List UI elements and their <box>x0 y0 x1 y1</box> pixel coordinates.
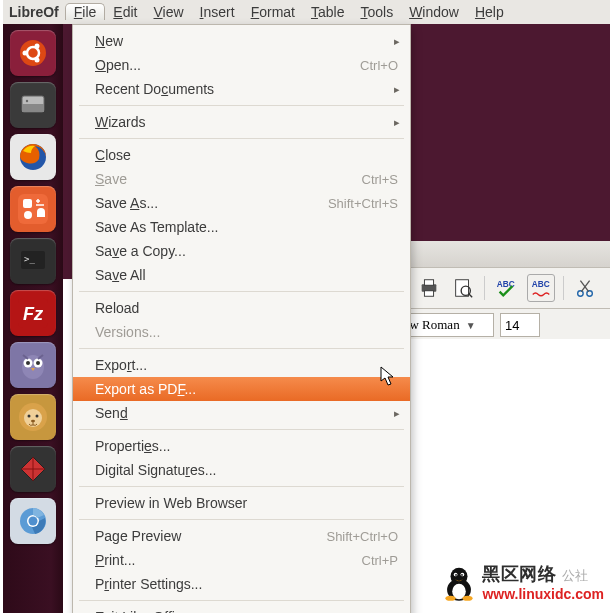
launcher-dash[interactable] <box>10 30 56 76</box>
menubar-item-table[interactable]: Table <box>303 4 352 20</box>
launcher-firefox[interactable] <box>10 134 56 180</box>
app-name: LibreOf <box>3 4 65 20</box>
menu-item-export[interactable]: Export... <box>73 353 410 377</box>
menu-item-accel: Shift+Ctrl+O <box>326 529 398 544</box>
menubar-item-format[interactable]: Format <box>243 4 303 20</box>
menu-separator <box>79 105 404 106</box>
menu-item-label: Save As... <box>95 195 328 211</box>
menu-separator <box>79 519 404 520</box>
menubar-item-file[interactable]: File <box>65 3 106 20</box>
menu-item-label: Open... <box>95 57 360 73</box>
launcher-filezilla[interactable]: Fz <box>10 290 56 336</box>
menubar-item-insert[interactable]: Insert <box>192 4 243 20</box>
menu-item-recent[interactable]: Recent Documents▸ <box>73 77 410 101</box>
menu-item-label: Page Preview <box>95 528 326 544</box>
svg-point-50 <box>446 596 456 601</box>
svg-line-36 <box>469 294 473 298</box>
svg-point-48 <box>456 574 458 576</box>
menu-separator <box>79 348 404 349</box>
svg-point-2 <box>23 51 28 56</box>
menubar-item-view[interactable]: View <box>146 4 192 20</box>
launcher-files[interactable] <box>10 82 56 128</box>
svg-point-19 <box>26 361 30 365</box>
menu-item-label: Save As Template... <box>95 219 398 235</box>
watermark-sub: 公社 <box>562 568 589 583</box>
auto-spellcheck-icon[interactable]: ABC <box>527 274 555 302</box>
svg-rect-33 <box>424 291 433 297</box>
menu-item-properties[interactable]: Properties... <box>73 434 410 458</box>
launcher-beaver[interactable] <box>10 394 56 440</box>
svg-text:Fz: Fz <box>23 304 44 324</box>
menu-item-label: Wizards <box>95 114 398 130</box>
svg-point-24 <box>36 415 39 418</box>
print-direct-icon[interactable] <box>416 275 442 301</box>
menu-separator <box>79 600 404 601</box>
menu-item-label: New <box>95 33 398 49</box>
menu-separator <box>79 138 404 139</box>
menubar-item-window[interactable]: Window <box>401 4 467 20</box>
svg-point-28 <box>29 517 38 526</box>
chevron-down-icon: ▼ <box>466 320 476 331</box>
svg-rect-32 <box>424 280 433 286</box>
menu-item-label: Save All <box>95 267 398 283</box>
menu-item-label: Versions... <box>95 324 398 340</box>
menu-item-label: Exit LibreOffice <box>95 609 360 613</box>
menu-item-exit[interactable]: Exit LibreOfficeCtrl+Q <box>73 605 410 613</box>
watermark-brand: 黑区网络 <box>482 564 556 584</box>
menu-item-printersettings[interactable]: Printer Settings... <box>73 572 410 596</box>
spellcheck-icon[interactable]: ABC <box>493 275 519 301</box>
launcher-other[interactable] <box>10 446 56 492</box>
launcher-chromium[interactable] <box>10 498 56 544</box>
menu-item-digitalsig[interactable]: Digital Signatures... <box>73 458 410 482</box>
menu-item-send[interactable]: Send▸ <box>73 401 410 425</box>
launcher-terminal[interactable]: >_ <box>10 238 56 284</box>
menu-item-label: Properties... <box>95 438 398 454</box>
file-menu: New▸Open...Ctrl+ORecent Documents▸Wizard… <box>72 24 411 613</box>
menu-item-label: Reload <box>95 300 398 316</box>
menu-item-exportpdf[interactable]: Export as PDF... <box>73 377 410 401</box>
launcher-gajim[interactable] <box>10 342 56 388</box>
menu-item-savecopy[interactable]: Save a Copy... <box>73 239 410 263</box>
tux-icon <box>442 564 476 602</box>
menu-item-print[interactable]: Print...Ctrl+P <box>73 548 410 572</box>
menubar-item-help[interactable]: Help <box>467 4 512 20</box>
menu-item-close[interactable]: Close <box>73 143 410 167</box>
svg-rect-10 <box>23 199 32 208</box>
font-size-select[interactable]: 14 <box>500 313 540 337</box>
menu-item-accel: Shift+Ctrl+S <box>328 196 398 211</box>
menu-item-label: Save <box>95 171 362 187</box>
menu-item-pagepreview[interactable]: Page PreviewShift+Ctrl+O <box>73 524 410 548</box>
svg-point-23 <box>28 415 31 418</box>
svg-rect-6 <box>22 104 44 112</box>
menu-item-saveall[interactable]: Save All <box>73 263 410 287</box>
svg-point-39 <box>578 291 584 297</box>
menu-item-label: Digital Signatures... <box>95 462 398 478</box>
menubar-item-tools[interactable]: Tools <box>352 4 401 20</box>
watermark-url: www.linuxidc.com <box>482 586 604 602</box>
menu-item-save: SaveCtrl+S <box>73 167 410 191</box>
menu-item-label: Export... <box>95 357 398 373</box>
svg-point-4 <box>35 58 40 63</box>
svg-point-7 <box>26 100 28 102</box>
menu-item-accel: Ctrl+O <box>360 58 398 73</box>
menubar-item-edit[interactable]: Edit <box>105 4 145 20</box>
menu-item-new[interactable]: New▸ <box>73 29 410 53</box>
menu-item-reload[interactable]: Reload <box>73 296 410 320</box>
menu-item-savetemplate[interactable]: Save As Template... <box>73 215 410 239</box>
menu-item-open[interactable]: Open...Ctrl+O <box>73 53 410 77</box>
submenu-arrow-icon: ▸ <box>394 35 400 48</box>
menu-item-preview[interactable]: Preview in Web Browser <box>73 491 410 515</box>
menu-item-label: Recent Documents <box>95 81 398 97</box>
svg-point-16 <box>22 355 44 379</box>
menu-separator <box>79 486 404 487</box>
menu-item-accel: Ctrl+Q <box>360 610 398 614</box>
menu-item-label: Close <box>95 147 398 163</box>
menu-item-wizards[interactable]: Wizards▸ <box>73 110 410 134</box>
menu-item-label: Print... <box>95 552 362 568</box>
menu-item-saveas[interactable]: Save As...Shift+Ctrl+S <box>73 191 410 215</box>
submenu-arrow-icon: ▸ <box>394 116 400 129</box>
submenu-arrow-icon: ▸ <box>394 407 400 420</box>
print-preview-icon[interactable] <box>450 275 476 301</box>
cut-icon[interactable] <box>572 275 598 301</box>
launcher-settings[interactable] <box>10 186 56 232</box>
